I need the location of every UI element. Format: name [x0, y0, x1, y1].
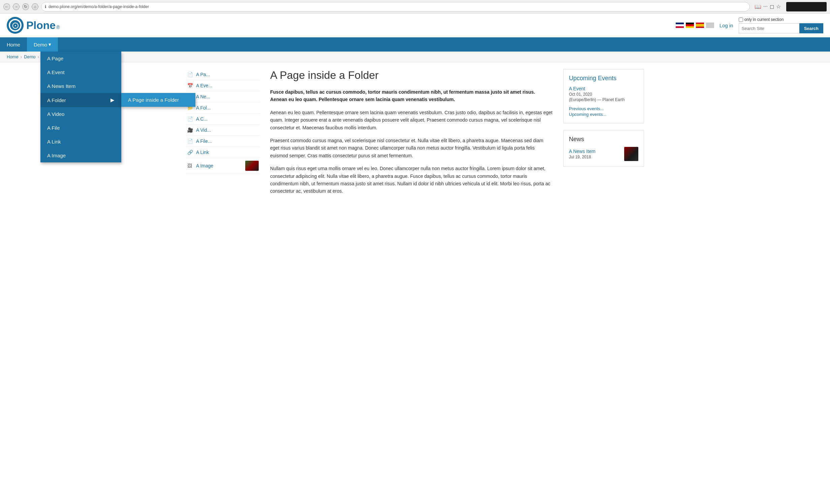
- news-item-info: A News Item Jul 19, 2018: [569, 149, 596, 159]
- event-nav-links: Previous events... Upcoming events...: [569, 106, 638, 117]
- browser-chrome: ← → ↻ ⌂ ℹ demo.plone.org/en/demo/a-folde…: [0, 0, 830, 13]
- calendar-icon: 📅: [187, 83, 193, 88]
- more-options-icon[interactable]: ···: [763, 3, 768, 10]
- language-flags: [676, 23, 714, 28]
- submenu-item-page-inside-folder[interactable]: A Page inside a Folder: [121, 93, 195, 107]
- dropdown-item-a-video[interactable]: A Video: [40, 107, 121, 121]
- event-item: A Event Oct 01, 2020 (Europe/Berlin) — P…: [569, 86, 638, 102]
- home-button[interactable]: ⌂: [32, 3, 38, 10]
- forward-button[interactable]: →: [13, 3, 20, 10]
- lang-other-flag[interactable]: [706, 23, 714, 28]
- sidebar-label-a-image: A Image: [196, 163, 213, 168]
- file-icon: 📄: [187, 138, 193, 144]
- sidebar-item-a-c[interactable]: 📄 A C...: [186, 114, 260, 125]
- sidebar-item-a-folder[interactable]: 📁 A Fol...: [186, 102, 260, 114]
- page-icon: 📄: [187, 72, 193, 77]
- sidebar-item-a-news-item[interactable]: 📡 A Ne...: [186, 91, 260, 102]
- sidebar-item-a-link[interactable]: 🔗 A Link: [186, 147, 260, 158]
- upcoming-events-title: Upcoming Events: [569, 75, 638, 82]
- sidebar-item-a-event[interactable]: 📅 A Eve...: [186, 80, 260, 91]
- nav-home[interactable]: Home: [0, 37, 27, 52]
- url-text: demo.plone.org/en/demo/a-folder/a-page-i…: [49, 4, 149, 9]
- dropdown-item-a-news-item[interactable]: A News Item: [40, 79, 121, 93]
- nav-bar: Home Demo ▾ A Page A Event A News Item A…: [0, 37, 830, 52]
- doc-icon: 📄: [187, 116, 193, 122]
- sidebar-image-thumb: [245, 161, 259, 171]
- content-paragraph-2: Aenean eu leo quam. Pellentesque ornare …: [270, 109, 553, 131]
- news-item: A News Item Jul 19, 2018: [569, 147, 638, 161]
- lang-es-flag[interactable]: [696, 23, 704, 28]
- lang-en-flag[interactable]: [676, 23, 684, 28]
- breadcrumb-home[interactable]: Home: [7, 54, 19, 59]
- sidebar-label-a-event: A Eve...: [196, 83, 212, 88]
- bookmark-icon[interactable]: ☆: [776, 3, 781, 10]
- dropdown-item-a-page[interactable]: A Page: [40, 52, 121, 65]
- breadcrumb-sep-1: ›: [21, 54, 22, 59]
- sidebar-label-a-file: A File...: [196, 138, 212, 144]
- sidebar-label-a-c: A C...: [196, 116, 208, 122]
- search-button[interactable]: Search: [799, 23, 823, 33]
- dropdown-item-a-event[interactable]: A Event: [40, 65, 121, 79]
- login-link[interactable]: Log in: [720, 23, 733, 28]
- site-header: Plone ® Log in only in current section S…: [0, 13, 830, 37]
- sidebar-item-a-image[interactable]: 🖼 A Image: [186, 158, 260, 174]
- dropdown-menu: A Page A Event A News Item A Folder ▶ A …: [40, 52, 121, 162]
- submenu-a-folder: A Page inside a Folder: [121, 93, 195, 107]
- header-right: Log in only in current section Search: [676, 17, 823, 33]
- dropdown-item-a-folder[interactable]: A Folder ▶ A Page inside a Folder: [40, 93, 121, 107]
- news-item-thumbnail: [624, 147, 638, 161]
- reader-mode-icon[interactable]: 📖: [755, 3, 761, 10]
- news-item-date: Jul 19, 2018: [569, 155, 596, 159]
- event-location: (Europe/Berlin) — Planet Earth: [569, 97, 638, 102]
- dropdown-item-a-file[interactable]: A File: [40, 121, 121, 135]
- back-button[interactable]: ←: [3, 3, 10, 10]
- event-date: Oct 01, 2020: [569, 92, 638, 97]
- sidebar-item-a-video[interactable]: 🎥 A Vid...: [186, 125, 260, 136]
- breadcrumb: Home › Demo › A Folder › A Page inside a…: [0, 52, 830, 62]
- logo-trademark: ®: [56, 25, 60, 30]
- sidebar-label-a-page: A Pa...: [196, 72, 210, 77]
- upcoming-events-widget: Upcoming Events A Event Oct 01, 2020 (Eu…: [563, 69, 644, 123]
- url-bar[interactable]: ℹ demo.plone.org/en/demo/a-folder/a-page…: [41, 2, 750, 11]
- logo-icon: [7, 17, 24, 34]
- sidebar-label-a-news-item: A Ne...: [196, 94, 210, 99]
- sidebar-label-a-video: A Vid...: [196, 127, 211, 133]
- search-section-checkbox[interactable]: [739, 18, 743, 22]
- left-sidebar: 📄 A Pa... 📅 A Eve... 📡 A Ne... 📁 A Fol..…: [186, 69, 260, 200]
- lang-de-flag[interactable]: [686, 23, 694, 28]
- image-icon: 🖼: [187, 163, 193, 168]
- search-input[interactable]: [739, 23, 799, 33]
- dropdown-item-a-link[interactable]: A Link: [40, 135, 121, 149]
- event-link[interactable]: A Event: [569, 86, 585, 91]
- sidebar-label-a-folder: A Fol...: [196, 105, 211, 111]
- main-content: A Page inside a Folder Fusce dapibus, te…: [270, 69, 553, 200]
- previous-events-link[interactable]: Previous events...: [569, 106, 638, 111]
- sidebar-label-a-link: A Link: [196, 150, 209, 155]
- right-sidebar: Upcoming Events A Event Oct 01, 2020 (Eu…: [563, 69, 644, 200]
- video-icon: 🎥: [187, 127, 193, 133]
- search-area: only in current section Search: [739, 17, 823, 33]
- content-paragraph-4: Nullam quis risus eget urna mollis ornar…: [270, 165, 553, 195]
- content-paragraph-1: Fusce dapibus, tellus ac cursus commodo,…: [270, 88, 553, 103]
- upcoming-events-link[interactable]: Upcoming events...: [569, 112, 638, 117]
- sidebar-item-a-file[interactable]: 📄 A File...: [186, 136, 260, 147]
- main-layout: 📄 A Pa... 📅 A Eve... 📡 A Ne... 📁 A Fol..…: [179, 62, 651, 207]
- nav-demo[interactable]: Demo ▾: [27, 37, 58, 52]
- content-paragraph-3: Praesent commodo cursus magna, vel scele…: [270, 137, 553, 159]
- news-widget-title: News: [569, 136, 638, 143]
- sidebar-item-a-page[interactable]: 📄 A Pa...: [186, 69, 260, 80]
- search-section-checkbox-label[interactable]: only in current section: [739, 17, 823, 22]
- link-icon: 🔗: [187, 150, 193, 155]
- news-widget: News A News Item Jul 19, 2018: [563, 130, 644, 167]
- news-item-link[interactable]: A News Item: [569, 149, 596, 154]
- page-title: A Page inside a Folder: [270, 69, 553, 82]
- logo-area[interactable]: Plone ®: [7, 17, 60, 34]
- pocket-icon[interactable]: ◻: [770, 3, 774, 10]
- logo-text: Plone: [26, 19, 56, 32]
- breadcrumb-demo[interactable]: Demo: [24, 54, 36, 59]
- breadcrumb-sep-2: ›: [38, 54, 39, 59]
- dropdown-item-a-image[interactable]: A Image: [40, 149, 121, 162]
- refresh-button[interactable]: ↻: [22, 3, 29, 10]
